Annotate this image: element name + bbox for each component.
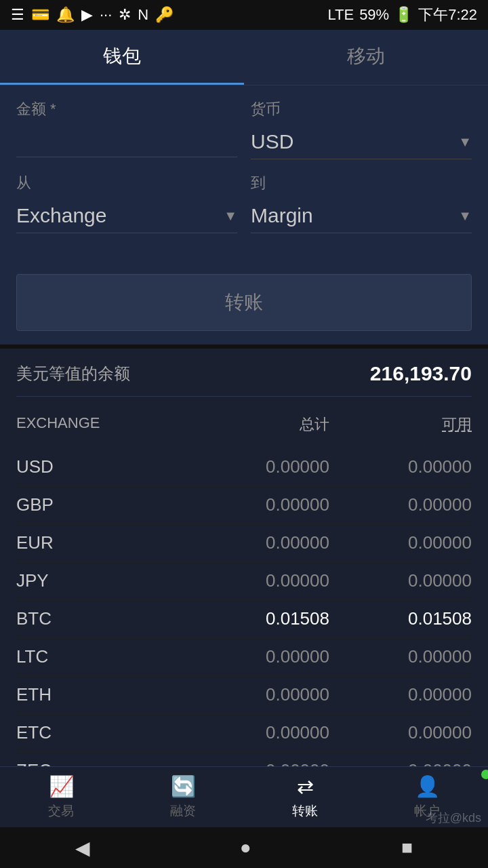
- row-total: 0.00000: [187, 722, 329, 743]
- table-row: JPY 0.00000 0.00000: [16, 562, 472, 600]
- table-row: BTC 0.01508 0.01508: [16, 600, 472, 638]
- col-total-header: 总计: [187, 414, 329, 435]
- row-available: 0.00000: [329, 532, 472, 553]
- form-row-from-to: 从 Exchange ▼ 到 Margin ▼: [16, 173, 472, 233]
- amount-group: 金额 *: [16, 99, 237, 159]
- bottom-nav: 📈 交易 🔄 融资 ⇄ 转账 👤 帐户: [0, 766, 488, 827]
- transfer-btn-wrapper: 转账: [0, 267, 488, 344]
- status-right-info: LTE 59% 🔋 下午7:22: [327, 5, 477, 25]
- currency-label: 货币: [251, 99, 472, 119]
- row-total: 0.00000: [187, 646, 329, 667]
- balance-label: 美元等值的余额: [16, 363, 130, 384]
- nav-item-fund[interactable]: 🔄 融资: [122, 767, 244, 827]
- key-icon: 🔑: [155, 6, 174, 24]
- table-row: ETC 0.00000 0.00000: [16, 714, 472, 752]
- to-label: 到: [251, 173, 472, 193]
- back-button[interactable]: ◀: [75, 837, 90, 859]
- row-name: BTC: [16, 608, 187, 629]
- nav-item-transfer[interactable]: ⇄ 转账: [244, 767, 366, 827]
- row-total: 0.00000: [187, 456, 329, 477]
- table-header: EXCHANGE 总计 可用: [16, 414, 472, 440]
- status-left-icons: ☰ 💳 🔔 ▶ ··· ✲ N 🔑: [11, 6, 174, 24]
- transfer-label: 转账: [292, 802, 318, 820]
- to-group: 到 Margin ▼: [251, 173, 472, 233]
- account-icon: 👤: [415, 774, 440, 798]
- row-name: USD: [16, 456, 187, 477]
- sim-icon: ☰: [11, 6, 24, 24]
- tab-move[interactable]: 移动: [244, 30, 488, 85]
- lte-label: LTE: [327, 6, 354, 24]
- send-icon: ▶: [81, 6, 93, 24]
- status-bar: ☰ 💳 🔔 ▶ ··· ✲ N 🔑 LTE 59% 🔋 下午7:22: [0, 0, 488, 30]
- trade-icon: 📈: [49, 774, 74, 798]
- row-total: 0.00000: [187, 532, 329, 553]
- row-name: GBP: [16, 494, 187, 515]
- from-dropdown-arrow: ▼: [224, 208, 237, 224]
- from-label: 从: [16, 173, 237, 193]
- row-available: 0.00000: [329, 646, 472, 667]
- amount-input[interactable]: [16, 125, 237, 157]
- from-select[interactable]: Exchange ▼: [16, 199, 237, 233]
- row-available: 0.00000: [329, 684, 472, 705]
- row-available: 0.00000: [329, 570, 472, 591]
- transfer-button[interactable]: 转账: [16, 274, 472, 331]
- from-value: Exchange: [16, 204, 106, 227]
- row-name: ETC: [16, 722, 187, 743]
- row-available: 0.00000: [329, 494, 472, 515]
- home-button[interactable]: ●: [240, 837, 251, 859]
- row-total: 0.01508: [187, 608, 329, 629]
- form-row-amount-currency: 金额 * 货币 USD ▼: [16, 99, 472, 159]
- currency-dropdown-arrow: ▼: [458, 134, 472, 150]
- trade-label: 交易: [48, 802, 74, 820]
- row-name: LTC: [16, 646, 187, 667]
- table-row: GBP 0.00000 0.00000: [16, 486, 472, 524]
- row-available: 0.00000: [329, 722, 472, 743]
- balance-row: 美元等值的余额 216,193.70: [16, 362, 472, 397]
- to-select[interactable]: Margin ▼: [251, 199, 472, 233]
- row-name: JPY: [16, 570, 187, 591]
- row-name: EUR: [16, 532, 187, 553]
- nav-item-trade[interactable]: 📈 交易: [0, 767, 122, 827]
- battery-label: 59%: [359, 6, 389, 24]
- notification-icon: 🔔: [56, 6, 75, 24]
- col-available-header: 可用: [329, 414, 472, 435]
- time-label: 下午7:22: [418, 5, 477, 25]
- transfer-icon: ⇄: [297, 774, 314, 798]
- to-value: Margin: [251, 204, 313, 227]
- row-name: ETH: [16, 684, 187, 705]
- currency-select[interactable]: USD ▼: [251, 125, 472, 159]
- watermark: 考拉@kds: [426, 810, 481, 826]
- from-group: 从 Exchange ▼: [16, 173, 237, 233]
- currency-value: USD: [251, 130, 293, 153]
- row-total: 0.00000: [187, 494, 329, 515]
- bluetooth-icon: ✲: [119, 6, 131, 24]
- balance-section: 美元等值的余额 216,193.70: [0, 344, 488, 414]
- table-row: ETH 0.00000 0.00000: [16, 676, 472, 714]
- table-row: LTC 0.00000 0.00000: [16, 638, 472, 676]
- to-dropdown-arrow: ▼: [458, 208, 472, 224]
- currency-group: 货币 USD ▼: [251, 99, 472, 159]
- row-total: 0.00000: [187, 684, 329, 705]
- system-nav-bar: ◀ ● ■: [0, 827, 488, 868]
- fund-label: 融资: [170, 802, 196, 820]
- transfer-form: 金额 * 货币 USD ▼ 从 Exchange ▼ 到 Margin ▼: [0, 85, 488, 267]
- wallet-icon: 💳: [31, 6, 49, 24]
- row-available: 0.01508: [329, 608, 472, 629]
- nfc-icon: N: [138, 6, 148, 24]
- col-section-label: EXCHANGE: [16, 414, 187, 435]
- online-indicator: [481, 770, 488, 779]
- balance-value: 216,193.70: [370, 362, 472, 385]
- 🔋-icon: 🔋: [394, 6, 413, 24]
- table-row: USD 0.00000 0.00000: [16, 448, 472, 486]
- row-total: 0.00000: [187, 570, 329, 591]
- tab-wallet[interactable]: 钱包: [0, 30, 244, 85]
- recent-button[interactable]: ■: [401, 837, 413, 859]
- dots-icon: ···: [100, 6, 112, 24]
- top-tab-bar: 钱包 移动: [0, 30, 488, 85]
- amount-label: 金额 *: [16, 99, 237, 119]
- fund-icon: 🔄: [171, 774, 196, 798]
- table-row: EUR 0.00000 0.00000: [16, 524, 472, 562]
- row-available: 0.00000: [329, 456, 472, 477]
